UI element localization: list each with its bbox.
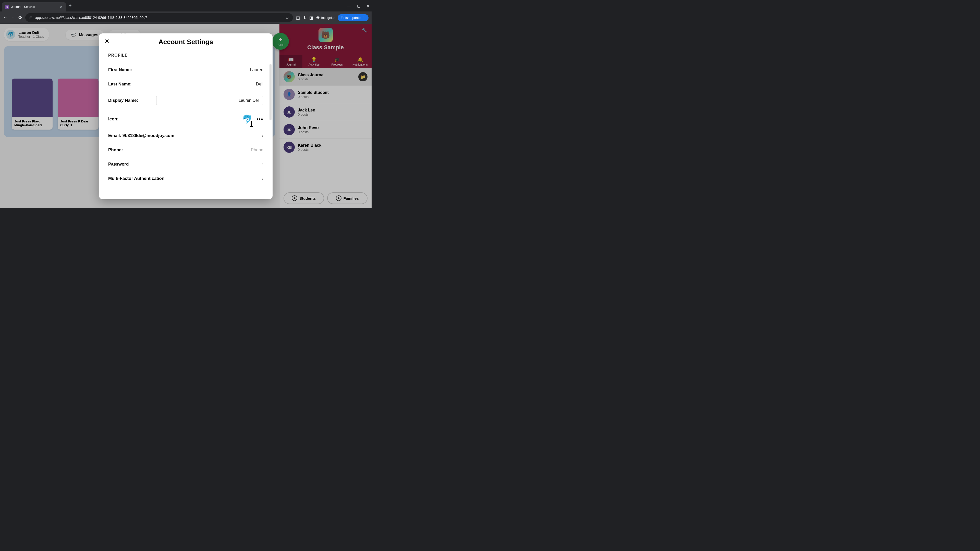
- maximize-icon[interactable]: ▢: [357, 4, 360, 8]
- extensions-icon[interactable]: ⬚: [296, 15, 300, 20]
- tab-title: Journal - Seesaw: [11, 5, 58, 9]
- seesaw-favicon: S: [5, 5, 9, 9]
- close-window-icon[interactable]: ✕: [366, 4, 369, 8]
- account-settings-modal: ✕ Account Settings PROFILE First Name: L…: [99, 33, 272, 199]
- forward-button[interactable]: →: [11, 15, 15, 21]
- address-bar[interactable]: ⊟ app.seesaw.me/#/class/class.ed0f0124-9…: [25, 13, 293, 22]
- chevron-right-icon: ›: [262, 162, 263, 167]
- scrollbar[interactable]: [269, 64, 272, 120]
- chevron-right-icon: ›: [262, 133, 263, 138]
- first-name-value: Lauren: [250, 67, 263, 73]
- text-cursor: [251, 121, 251, 127]
- new-tab-button[interactable]: +: [69, 3, 72, 8]
- minimize-icon[interactable]: —: [347, 4, 351, 8]
- incognito-indicator[interactable]: 🕶 Incognito: [316, 16, 334, 20]
- phone-placeholder: Phone: [251, 148, 263, 152]
- password-row[interactable]: Password ›: [108, 157, 263, 171]
- side-panel-icon[interactable]: ◨: [309, 15, 313, 20]
- last-name-row[interactable]: Last Name: Deli: [108, 77, 263, 91]
- close-tab-icon[interactable]: ✕: [60, 5, 63, 9]
- profile-icon-preview: 🐬: [242, 114, 252, 124]
- more-options-icon[interactable]: •••: [256, 116, 263, 122]
- close-modal-button[interactable]: ✕: [105, 38, 109, 44]
- modal-body: PROFILE First Name: Lauren Last Name: De…: [99, 51, 272, 199]
- url-text: app.seesaw.me/#/class/class.ed0f0124-92d…: [35, 16, 147, 20]
- finish-update-button[interactable]: Finish update ⋮: [338, 14, 369, 21]
- browser-tab[interactable]: S Journal - Seesaw ✕: [2, 2, 66, 11]
- first-name-row[interactable]: First Name: Lauren: [108, 63, 263, 77]
- display-name-row: Display Name:: [108, 91, 263, 110]
- display-name-input[interactable]: [156, 96, 263, 105]
- icon-row[interactable]: Icon: 🐬 •••: [108, 110, 263, 129]
- window-controls: — ▢ ✕: [347, 4, 369, 8]
- last-name-value: Deli: [256, 82, 263, 87]
- menu-dots-icon: ⋮: [362, 16, 366, 20]
- mfa-row[interactable]: Multi-Factor Authentication ›: [108, 171, 263, 186]
- downloads-icon[interactable]: ⬇: [303, 15, 306, 20]
- back-button[interactable]: ←: [3, 15, 8, 21]
- bookmark-icon[interactable]: ☆: [286, 16, 289, 20]
- email-row[interactable]: Email: 9b3186de@moodjoy.com ›: [108, 129, 263, 143]
- phone-row[interactable]: Phone: Phone: [108, 143, 263, 157]
- modal-title: Account Settings: [105, 38, 266, 46]
- incognito-icon: 🕶: [316, 16, 320, 20]
- reload-button[interactable]: ⟳: [18, 15, 22, 21]
- browser-toolbar: ← → ⟳ ⊟ app.seesaw.me/#/class/class.ed0f…: [0, 11, 372, 24]
- chevron-right-icon: ›: [262, 176, 263, 181]
- browser-tab-strip: S Journal - Seesaw ✕ + — ▢ ✕: [0, 0, 372, 11]
- profile-section-title: PROFILE: [108, 53, 263, 58]
- site-info-icon[interactable]: ⊟: [29, 16, 32, 20]
